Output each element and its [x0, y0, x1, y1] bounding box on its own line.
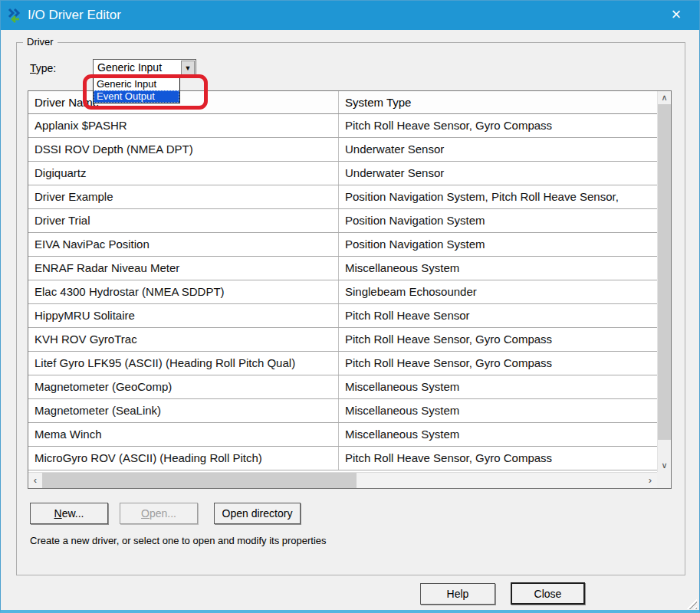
table-row[interactable]: Driver ExamplePosition Navigation System… — [28, 185, 657, 209]
driver-name-cell: Elac 4300 Hydrostar (NMEA SDDPT) — [28, 280, 338, 303]
scroll-down-icon[interactable]: ∨ — [658, 459, 671, 472]
driver-name-cell: Magnetometer (SeaLink) — [28, 399, 338, 422]
close-window-icon[interactable]: × — [662, 1, 690, 30]
system-type-cell: Miscellaneous System — [338, 423, 657, 446]
help-button-label: Help — [447, 588, 469, 600]
table-row[interactable]: DigiquartzUnderwater Sensor — [28, 162, 657, 185]
system-type-cell: Pitch Roll Heave Sensor — [338, 304, 657, 327]
type-label-text: Type: — [30, 62, 56, 74]
close-button[interactable]: Close — [511, 582, 585, 605]
driver-table-body: Applanix $PASHRPitch Roll Heave Sensor, … — [28, 114, 657, 472]
table-row[interactable]: HippyMRU SolitairePitch Roll Heave Senso… — [28, 304, 657, 328]
resize-grip[interactable] — [685, 598, 697, 609]
type-dropdown-list[interactable]: Generic InputEvent Output — [93, 77, 180, 103]
driver-groupbox-label: Driver — [23, 36, 58, 48]
table-row[interactable]: KVH ROV GyroTracPitch Roll Heave Sensor,… — [28, 328, 657, 352]
table-row[interactable]: Magnetometer (SeaLink)Miscellaneous Syst… — [28, 399, 657, 423]
horizontal-scrollbar-thumb[interactable] — [42, 473, 357, 488]
driver-name-cell: EIVA NaviPac Position — [28, 233, 338, 256]
close-button-label: Close — [534, 588, 562, 600]
system-type-cell: Underwater Sensor — [338, 138, 657, 161]
system-type-cell: Miscellaneous System — [338, 257, 657, 280]
driver-name-cell: MicroGyro ROV (ASCII) (Heading Roll Pitc… — [28, 447, 338, 470]
driver-table: Driver Name System Type Applanix $PASHRP… — [28, 90, 672, 489]
table-row[interactable]: DSSI ROV Depth (NMEA DPT)Underwater Sens… — [28, 138, 657, 162]
scroll-left-icon[interactable]: ‹ — [28, 473, 42, 488]
driver-name-cell: KVH ROV GyroTrac — [28, 328, 338, 351]
combobox-dropdown-arrow-icon[interactable]: ▼ — [181, 61, 195, 75]
table-row[interactable]: EIVA NaviPac PositionPosition Navigation… — [28, 233, 657, 257]
column-header-driver-name[interactable]: Driver Name — [28, 91, 338, 113]
system-type-cell: Position Navigation System — [338, 233, 657, 256]
driver-name-cell: Digiquartz — [28, 162, 338, 185]
open-button[interactable]: Open... — [120, 503, 198, 524]
app-io-arrows-icon — [8, 8, 24, 23]
system-type-cell: Position Navigation System, Pitch Roll H… — [338, 185, 657, 208]
driver-name-cell: Applanix $PASHR — [28, 114, 338, 137]
scrollbar-corner — [657, 472, 671, 488]
table-row[interactable]: Applanix $PASHRPitch Roll Heave Sensor, … — [28, 114, 657, 138]
open-directory-button-label: Open directory — [222, 507, 293, 520]
system-type-cell: Pitch Roll Heave Sensor, Gyro Compass — [338, 114, 657, 137]
new-button[interactable]: New... — [30, 503, 108, 524]
system-type-cell: Singlebeam Echosounder — [338, 280, 657, 303]
window-title: I/O Driver Editor — [28, 1, 121, 30]
type-combobox-value: Generic Input — [97, 60, 162, 76]
table-row[interactable]: Driver TrialPosition Navigation System — [28, 209, 657, 233]
open-directory-button[interactable]: Open directory — [214, 503, 301, 524]
scroll-right-icon[interactable]: › — [643, 473, 657, 488]
system-type-cell: Pitch Roll Heave Sensor, Gyro Compass — [338, 352, 657, 375]
table-row[interactable]: Magnetometer (GeoComp)Miscellaneous Syst… — [28, 375, 657, 399]
driver-name-cell: DSSI ROV Depth (NMEA DPT) — [28, 138, 338, 161]
vertical-scrollbar-thumb[interactable] — [658, 104, 671, 440]
system-type-cell: Pitch Roll Heave Sensor, Gyro Compass — [338, 447, 657, 470]
hint-text: Create a new driver, or select one to op… — [30, 535, 327, 546]
horizontal-scrollbar[interactable]: ‹ › — [28, 472, 657, 488]
driver-name-cell: ENRAF Radar Niveau Meter — [28, 257, 338, 280]
system-type-cell: Miscellaneous System — [338, 375, 657, 398]
column-header-system-type[interactable]: System Type — [338, 91, 657, 113]
driver-name-cell: Magnetometer (GeoComp) — [28, 375, 338, 398]
system-type-cell: Pitch Roll Heave Sensor, Gyro Compass — [338, 328, 657, 351]
dropdown-option-generic-input[interactable]: Generic Input — [94, 78, 179, 90]
table-row[interactable]: ENRAF Radar Niveau MeterMiscellaneous Sy… — [28, 257, 657, 280]
table-row[interactable]: Litef Gyro LFK95 (ASCII) (Heading Roll P… — [28, 352, 657, 375]
dropdown-option-event-output[interactable]: Event Output — [94, 90, 179, 103]
titlebar[interactable]: I/O Driver Editor × — [1, 1, 699, 30]
table-row[interactable]: MicroGyro ROV (ASCII) (Heading Roll Pitc… — [28, 447, 657, 470]
table-row[interactable]: Elac 4300 Hydrostar (NMEA SDDPT)Singlebe… — [28, 280, 657, 304]
io-driver-editor-dialog: I/O Driver Editor × Driver Type: Generic… — [0, 0, 700, 613]
driver-name-cell: Driver Trial — [28, 209, 338, 232]
driver-name-cell: Driver Example — [28, 185, 338, 208]
system-type-cell: Position Navigation System — [338, 209, 657, 232]
driver-name-cell: HippyMRU Solitaire — [28, 304, 338, 327]
system-type-cell: Underwater Sensor — [338, 162, 657, 185]
vertical-scrollbar[interactable]: ∧ ∨ — [657, 91, 671, 472]
open-button-label: Open... — [141, 507, 176, 520]
scroll-up-icon[interactable]: ∧ — [658, 91, 671, 104]
type-label: Type: — [30, 62, 56, 74]
new-button-label: New... — [54, 507, 84, 520]
help-button[interactable]: Help — [420, 583, 495, 605]
driver-name-cell: Mema Winch — [28, 423, 338, 446]
system-type-cell: Miscellaneous System — [338, 399, 657, 422]
table-row[interactable]: Mema WinchMiscellaneous System — [28, 423, 657, 447]
driver-name-cell: Litef Gyro LFK95 (ASCII) (Heading Roll P… — [28, 352, 338, 375]
type-combobox[interactable]: Generic Input ▼ — [93, 59, 196, 77]
